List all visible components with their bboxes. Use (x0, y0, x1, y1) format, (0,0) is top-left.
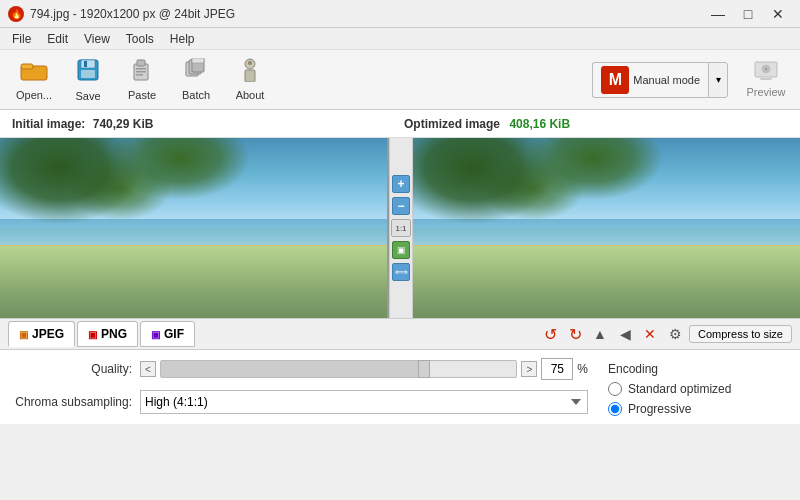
gif-tab-icon: ▣ (151, 329, 160, 340)
quality-slider[interactable] (160, 360, 517, 378)
svg-rect-21 (760, 78, 772, 80)
zoom-reset-button[interactable]: 1:1 (391, 219, 411, 237)
save-label: Save (75, 90, 100, 102)
tree-overlay-r (413, 138, 800, 318)
redo-button[interactable]: ↻ (564, 323, 586, 345)
svg-rect-5 (84, 61, 87, 67)
svg-rect-8 (136, 68, 146, 70)
sand-overlay-r (413, 245, 800, 308)
optimized-image-info: Optimized image 408,16 KiB (404, 117, 788, 131)
settings-left: Quality: < > 75 % Chroma subsampling: Hi… (12, 358, 588, 416)
paste-button[interactable]: Paste (116, 54, 168, 106)
chroma-select[interactable]: High (4:1:1) Medium (4:2:2) Low (4:4:4) (140, 390, 588, 414)
toolbar: Open... Save Paste (0, 50, 800, 110)
quality-label: Quality: (12, 362, 132, 376)
percent-label: % (577, 362, 588, 376)
svg-rect-16 (245, 70, 255, 82)
svg-rect-7 (137, 60, 145, 66)
sand-overlay (0, 245, 387, 308)
encoding-standard-radio[interactable] (608, 382, 622, 396)
app-icon: 🔥 (8, 6, 24, 22)
tab-gif[interactable]: ▣ GIF (140, 321, 195, 347)
svg-rect-9 (136, 71, 146, 73)
menu-edit[interactable]: Edit (39, 30, 76, 48)
about-button[interactable]: About (224, 54, 276, 106)
maximize-button[interactable]: □ (734, 3, 762, 25)
menu-view[interactable]: View (76, 30, 118, 48)
quality-slider-container: < > 75 % (140, 358, 588, 380)
minimize-button[interactable]: — (704, 3, 732, 25)
initial-label: Initial image: (12, 117, 85, 131)
quality-increase-button[interactable]: > (521, 361, 537, 377)
batch-label: Batch (182, 89, 210, 101)
tab-jpeg[interactable]: ▣ JPEG (8, 321, 75, 347)
compress-label: Compress to size (698, 328, 783, 340)
initial-size: 740,29 KiB (93, 117, 154, 131)
title-bar-left: 🔥 794.jpg - 1920x1200 px @ 24bit JPEG (8, 6, 235, 22)
manual-mode-group: M Manual mode ▾ (592, 62, 728, 98)
manual-mode-dropdown[interactable]: ▾ (708, 62, 728, 98)
tree-overlay (0, 138, 387, 318)
encoding-standard-label: Standard optimized (628, 382, 731, 396)
save-icon (76, 58, 100, 88)
compress-to-size-button[interactable]: Compress to size (689, 325, 792, 343)
tab-png[interactable]: ▣ PNG (77, 321, 138, 347)
menu-tools[interactable]: Tools (118, 30, 162, 48)
encoding-standard-option[interactable]: Standard optimized (608, 382, 788, 396)
zoom-out-button[interactable]: − (392, 197, 410, 215)
format-tabs: ▣ JPEG ▣ PNG ▣ GIF ↺ ↻ ▲ ◀ ✕ ⚙ Compress … (0, 318, 800, 350)
folder-icon (20, 59, 48, 87)
gif-tab-label: GIF (164, 327, 184, 341)
svg-rect-14 (192, 58, 204, 63)
initial-image-info: Initial image: 740,29 KiB (12, 117, 396, 131)
close-button[interactable]: ✕ (764, 3, 792, 25)
window-controls[interactable]: — □ ✕ (704, 3, 792, 25)
about-label: About (236, 89, 265, 101)
batch-button[interactable]: Batch (170, 54, 222, 106)
png-tab-icon: ▣ (88, 329, 97, 340)
fit-button[interactable]: ▣ (392, 241, 410, 259)
batch-icon (184, 58, 208, 87)
settings-action-button[interactable]: ⚙ (664, 323, 686, 345)
settings-panel: Quality: < > 75 % Chroma subsampling: Hi… (0, 350, 800, 424)
menu-help[interactable]: Help (162, 30, 203, 48)
open-button[interactable]: Open... (8, 54, 60, 106)
optimized-label: Optimized image (404, 117, 500, 131)
sync-button[interactable]: ⟺ (392, 263, 410, 281)
preview-button[interactable]: Preview (740, 54, 792, 106)
encoding-progressive-radio[interactable] (608, 402, 622, 416)
svg-rect-1 (21, 64, 33, 69)
manual-mode-label: Manual mode (633, 74, 700, 86)
flip-vertical-button[interactable]: ▲ (589, 323, 611, 345)
svg-rect-4 (81, 70, 95, 78)
title-bar: 🔥 794.jpg - 1920x1200 px @ 24bit JPEG — … (0, 0, 800, 28)
main-content: + − 1:1 ▣ ⟺ (0, 138, 800, 318)
image-info-bar: Initial image: 740,29 KiB Optimized imag… (0, 110, 800, 138)
about-icon (238, 58, 262, 87)
jpeg-tab-label: JPEG (32, 327, 64, 341)
original-image (0, 138, 387, 318)
original-image-panel (0, 138, 389, 318)
preview-icon (754, 61, 778, 84)
rotate-button[interactable]: ✕ (639, 323, 661, 345)
window-title: 794.jpg - 1920x1200 px @ 24bit JPEG (30, 7, 235, 21)
m-icon: M (601, 66, 629, 94)
undo-button[interactable]: ↺ (539, 323, 561, 345)
open-label: Open... (16, 89, 52, 101)
action-icons: ↺ ↻ ▲ ◀ ✕ ⚙ Compress to size (539, 323, 792, 345)
quality-value: 75 (541, 358, 573, 380)
encoding-progressive-option[interactable]: Progressive (608, 402, 788, 416)
encoding-progressive-label: Progressive (628, 402, 691, 416)
encoding-title: Encoding (608, 362, 788, 376)
chroma-label: Chroma subsampling: (12, 395, 132, 409)
paste-label: Paste (128, 89, 156, 101)
zoom-in-button[interactable]: + (392, 175, 410, 193)
manual-mode-button[interactable]: M Manual mode (592, 62, 708, 98)
save-button[interactable]: Save (62, 54, 114, 106)
preview-label: Preview (746, 86, 785, 98)
svg-rect-3 (81, 60, 95, 68)
quality-decrease-button[interactable]: < (140, 361, 156, 377)
zoom-controls: + − 1:1 ▣ ⟺ (389, 138, 413, 318)
flip-horizontal-button[interactable]: ◀ (614, 323, 636, 345)
menu-file[interactable]: File (4, 30, 39, 48)
